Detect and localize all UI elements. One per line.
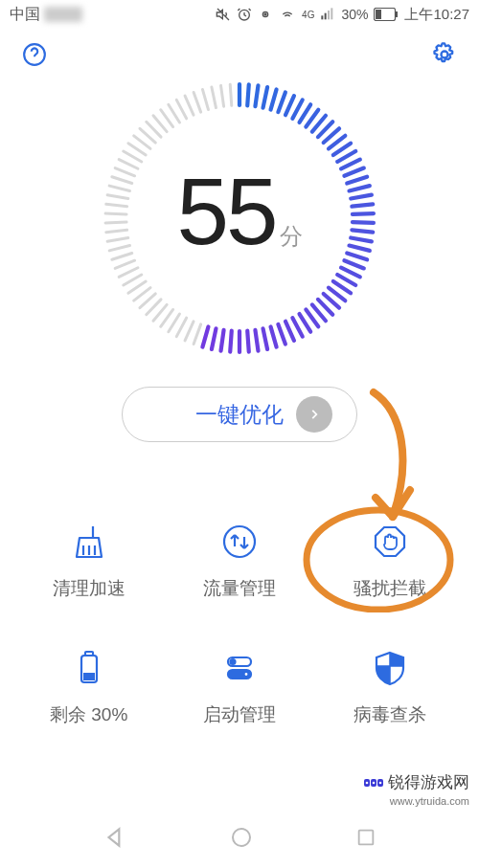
svg-marker-103 — [376, 527, 404, 556]
svg-line-39 — [347, 253, 367, 259]
alarm-icon — [237, 7, 252, 22]
feature-cleanup[interactable]: 清理加速 — [13, 521, 164, 601]
feature-harassment[interactable]: 骚扰拦截 — [315, 521, 466, 601]
carrier-label: 中国 — [10, 5, 40, 25]
svg-line-78 — [106, 230, 127, 232]
svg-line-36 — [352, 230, 373, 232]
phone-manager-screen: 中国 4G 30% 上午10:27 55 分 — [0, 0, 479, 868]
mute-icon — [216, 7, 231, 22]
score-value: 55 — [176, 158, 275, 266]
svg-line-74 — [115, 260, 134, 268]
feature-label: 清理加速 — [53, 576, 125, 601]
svg-line-82 — [107, 195, 128, 199]
svg-line-93 — [161, 110, 173, 127]
watermark: 锐得游戏网 www.ytruida.com — [363, 771, 469, 807]
battery-icon — [374, 8, 399, 21]
svg-line-56 — [247, 331, 249, 352]
svg-line-60 — [212, 328, 217, 349]
nav-back-button[interactable] — [103, 825, 127, 854]
score-section: 55 分 一键优化 — [0, 75, 479, 442]
svg-line-50 — [292, 318, 302, 336]
chevron-right-icon — [308, 408, 321, 421]
signal-icon — [320, 7, 335, 22]
svg-line-15 — [263, 87, 268, 108]
svg-line-101 — [230, 84, 232, 105]
svg-line-84 — [112, 177, 132, 184]
shield-icon — [369, 647, 411, 689]
svg-line-40 — [344, 260, 363, 268]
block-icon — [369, 521, 411, 563]
svg-line-41 — [341, 268, 360, 278]
svg-line-33 — [352, 204, 373, 206]
svg-rect-120 — [359, 831, 374, 845]
svg-rect-5 — [328, 11, 330, 19]
feature-virus[interactable]: 病毒查杀 — [315, 647, 466, 727]
svg-point-119 — [233, 829, 250, 846]
battery-icon — [68, 647, 110, 689]
score-unit: 分 — [280, 221, 303, 252]
nav-recent-button[interactable] — [355, 827, 376, 852]
feature-grid: 清理加速 流量管理 骚扰拦截 剩余 30% 启动管理 — [0, 521, 479, 727]
svg-line-55 — [255, 330, 258, 351]
feature-battery[interactable]: 剩余 30% — [13, 647, 164, 727]
score-label: 55 分 — [176, 158, 302, 266]
feature-startup[interactable]: 启动管理 — [164, 647, 314, 727]
svg-rect-6 — [331, 8, 333, 19]
battery-percent: 30% — [341, 7, 368, 22]
score-gauge[interactable]: 55 分 — [96, 75, 383, 362]
status-bar-right: 4G 30% 上午10:27 — [216, 6, 469, 24]
svg-line-37 — [351, 237, 372, 241]
svg-line-54 — [263, 328, 268, 349]
broom-icon — [68, 521, 110, 563]
svg-point-108 — [230, 659, 235, 664]
top-bar — [0, 29, 479, 80]
svg-line-58 — [230, 331, 232, 352]
svg-line-65 — [169, 314, 180, 332]
svg-line-38 — [349, 246, 369, 251]
clock: 上午10:27 — [404, 6, 469, 24]
feature-data-usage[interactable]: 流量管理 — [164, 521, 314, 601]
svg-point-2 — [264, 13, 266, 15]
svg-line-34 — [353, 213, 374, 214]
svg-line-75 — [112, 253, 132, 259]
svg-line-80 — [105, 213, 126, 214]
watermark-logo-icon — [363, 774, 384, 791]
settings-button[interactable] — [431, 41, 458, 68]
svg-rect-3 — [322, 15, 324, 19]
svg-line-99 — [212, 87, 217, 108]
svg-point-116 — [373, 781, 376, 784]
svg-line-85 — [115, 168, 134, 176]
svg-line-59 — [221, 330, 224, 351]
svg-line-61 — [202, 326, 208, 346]
svg-line-73 — [119, 268, 138, 278]
svg-point-115 — [366, 781, 369, 784]
status-bar: 中国 4G 30% 上午10:27 — [0, 0, 479, 29]
svg-line-98 — [202, 89, 208, 109]
svg-line-13 — [247, 84, 249, 105]
svg-line-62 — [194, 324, 201, 345]
svg-rect-4 — [325, 13, 327, 20]
svg-rect-8 — [376, 10, 381, 19]
svg-line-63 — [185, 322, 194, 341]
svg-line-52 — [278, 324, 285, 345]
svg-line-17 — [278, 92, 285, 112]
svg-line-32 — [351, 195, 372, 199]
svg-line-64 — [176, 318, 186, 336]
help-button[interactable] — [21, 41, 48, 68]
svg-line-95 — [176, 100, 186, 118]
data-icon — [218, 521, 261, 563]
nav-home-button[interactable] — [230, 826, 253, 853]
feature-label: 启动管理 — [203, 702, 276, 727]
svg-line-94 — [169, 104, 180, 122]
svg-line-18 — [285, 96, 294, 115]
svg-line-96 — [185, 96, 194, 115]
eye-comfort-icon — [258, 7, 273, 22]
svg-line-35 — [353, 222, 374, 223]
svg-line-66 — [161, 309, 173, 326]
network-label: 4G — [302, 10, 314, 20]
more-button[interactable] — [296, 396, 332, 433]
svg-line-28 — [341, 160, 360, 169]
svg-line-100 — [221, 85, 224, 106]
watermark-text: 锐得游戏网 — [388, 771, 469, 793]
status-bar-left: 中国 — [10, 5, 82, 25]
